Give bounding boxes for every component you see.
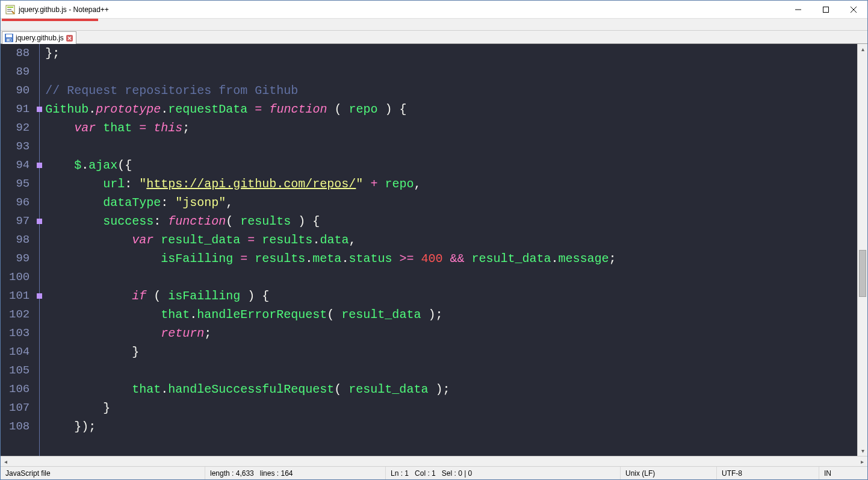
code-line[interactable]: } — [45, 343, 857, 361]
tab-active-indicator — [2, 19, 98, 21]
fold-column[interactable] — [36, 44, 44, 456]
code-line[interactable]: $.ajax({ — [45, 156, 857, 175]
code-line[interactable] — [45, 268, 857, 287]
code-line[interactable]: that.handleErrorRequest( result_data ); — [45, 305, 857, 324]
window-title: jquery.github.js - Notepad++ — [19, 5, 109, 14]
line-number[interactable]: 99 — [9, 249, 29, 268]
status-bar: JavaScript file length : 4,633 lines : 1… — [1, 466, 867, 479]
code-line[interactable]: }); — [45, 417, 857, 436]
vscroll-thumb[interactable] — [859, 250, 866, 297]
line-number[interactable]: 106 — [9, 380, 29, 399]
code-line[interactable]: dataType: "jsonp", — [45, 193, 857, 212]
menubar[interactable] — [1, 19, 867, 31]
maximize-button[interactable] — [812, 1, 840, 19]
close-button[interactable] — [840, 1, 867, 19]
code-line[interactable]: isFailling = results.meta.status >= 400 … — [45, 249, 857, 268]
hscroll-track[interactable] — [11, 457, 857, 466]
line-number[interactable]: 93 — [9, 137, 29, 156]
svg-rect-1 — [7, 7, 13, 8]
app-window: jquery.github.js - Notepad++ jquery.gith… — [0, 0, 868, 480]
svg-rect-3 — [7, 11, 13, 11]
save-icon — [5, 34, 13, 42]
line-number[interactable]: 90 — [9, 81, 29, 100]
minimize-button[interactable] — [784, 1, 812, 19]
scroll-left-icon[interactable]: ◂ — [1, 457, 11, 467]
editor-area: 8889909192939495969798991001011021031041… — [1, 44, 867, 466]
fold-marker[interactable] — [37, 107, 42, 112]
code-line[interactable]: // Request repositories from Github — [45, 81, 857, 100]
svg-rect-9 — [6, 34, 12, 37]
line-number-gutter[interactable]: 8889909192939495969798991001011021031041… — [1, 44, 36, 456]
code-line[interactable]: var that = this; — [45, 119, 857, 137]
line-number[interactable]: 95 — [9, 175, 29, 193]
status-insert-mode: IN — [819, 467, 867, 479]
code-line[interactable]: if ( isFailling ) { — [45, 287, 857, 305]
line-number[interactable]: 101 — [9, 287, 29, 305]
code-line[interactable]: Github.prototype.requestData = function … — [45, 100, 857, 119]
app-icon — [5, 5, 15, 14]
line-number[interactable]: 94 — [9, 156, 29, 175]
status-encoding: UTF-8 — [717, 467, 819, 479]
scroll-right-icon[interactable]: ▸ — [857, 457, 867, 467]
code-line[interactable]: success: function( results ) { — [45, 212, 857, 231]
scroll-up-icon[interactable]: ▴ — [858, 44, 867, 54]
line-number[interactable]: 88 — [9, 44, 29, 63]
titlebar[interactable]: jquery.github.js - Notepad++ — [1, 1, 867, 19]
code-line[interactable] — [45, 137, 857, 156]
tab-label: jquery.github.js — [16, 34, 64, 42]
line-number[interactable]: 91 — [9, 100, 29, 119]
code-line[interactable] — [45, 63, 857, 81]
status-eol: Unix (LF) — [621, 467, 717, 479]
line-number[interactable]: 107 — [9, 399, 29, 417]
status-position: Ln : 1 Col : 1 Sel : 0 | 0 — [386, 467, 621, 479]
code-line[interactable]: } — [45, 399, 857, 417]
svg-rect-2 — [7, 9, 11, 10]
line-number[interactable]: 105 — [9, 361, 29, 380]
fold-marker[interactable] — [37, 163, 42, 168]
line-number[interactable]: 89 — [9, 63, 29, 81]
status-length: length : 4,633 lines : 164 — [205, 467, 386, 479]
scroll-down-icon[interactable]: ▾ — [858, 446, 867, 456]
horizontal-scrollbar[interactable]: ◂ ▸ — [1, 456, 867, 466]
code-line[interactable]: }; — [45, 44, 857, 63]
line-number[interactable]: 96 — [9, 193, 29, 212]
line-number[interactable]: 108 — [9, 417, 29, 436]
line-number[interactable]: 100 — [9, 268, 29, 287]
tab-close-icon[interactable] — [66, 34, 73, 42]
code-line[interactable]: url: "https://api.github.com/repos/" + r… — [45, 175, 857, 193]
svg-rect-5 — [823, 7, 829, 12]
code-line[interactable]: that.handleSuccessfulRequest( result_dat… — [45, 380, 857, 399]
code-editor[interactable]: 8889909192939495969798991001011021031041… — [1, 44, 857, 456]
vscroll-track[interactable] — [858, 54, 867, 446]
code-line[interactable]: var result_data = results.data, — [45, 231, 857, 249]
code-line[interactable]: return; — [45, 324, 857, 343]
line-number[interactable]: 104 — [9, 343, 29, 361]
line-number[interactable]: 102 — [9, 305, 29, 324]
vertical-scrollbar[interactable]: ▴ ▾ — [857, 44, 867, 456]
status-filetype: JavaScript file — [1, 467, 205, 479]
code-content[interactable]: };// Request repositories from GithubGit… — [44, 44, 857, 456]
fold-marker[interactable] — [37, 219, 42, 224]
svg-rect-11 — [10, 39, 11, 41]
line-number[interactable]: 92 — [9, 119, 29, 137]
line-number[interactable]: 97 — [9, 212, 29, 231]
line-number[interactable]: 103 — [9, 324, 29, 343]
code-line[interactable] — [45, 361, 857, 380]
line-number[interactable]: 98 — [9, 231, 29, 249]
fold-marker[interactable] — [37, 293, 42, 299]
file-tab[interactable]: jquery.github.js — [2, 31, 76, 44]
tab-bar[interactable]: jquery.github.js — [1, 31, 867, 44]
